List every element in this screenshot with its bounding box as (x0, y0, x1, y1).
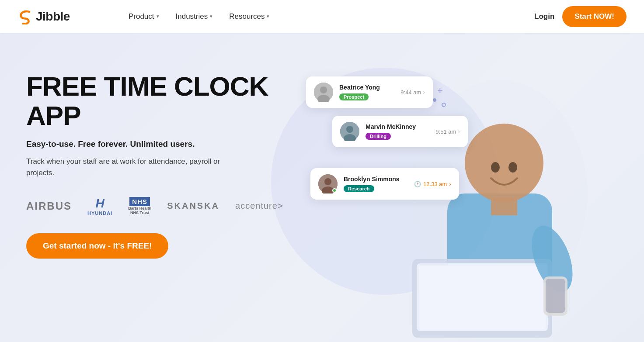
navbar: Jibble Product ▾ Industries ▾ Resources … (0, 0, 644, 33)
airbus-logo: AIRBUS (26, 200, 72, 212)
svg-point-1 (320, 86, 327, 93)
hero-title: FREE TIME CLOCK APP (26, 72, 297, 131)
nav-product[interactable]: Product ▾ (122, 9, 165, 24)
start-now-button[interactable]: Start NOW! (562, 6, 627, 27)
clock-icon: 🕐 (414, 181, 421, 187)
svg-rect-15 (419, 266, 546, 329)
svg-point-19 (491, 162, 500, 173)
card-name: Brooklyn Simmons (344, 176, 408, 183)
card-time-active: 🕐 12.33 am › (414, 180, 451, 187)
svg-point-20 (508, 162, 517, 173)
chevron-right-icon: › (458, 128, 460, 135)
card-name: Marvin McKinney (366, 123, 429, 130)
svg-rect-18 (546, 279, 565, 313)
hero-subtitle: Easy-to-use. Free forever. Unlimited use… (26, 139, 297, 149)
nav-links: Product ▾ Industries ▾ Resources ▾ (122, 9, 276, 24)
chevron-down-icon: ▾ (157, 14, 159, 19)
nhs-logo: NHS Barts HealthNHS Trust (128, 197, 151, 215)
avatar-wrap (318, 174, 338, 193)
status-badge: Prospect (339, 93, 369, 100)
skanska-logo: SKANSKA (167, 201, 219, 211)
hyundai-logo: H HYUNDAI (87, 197, 112, 216)
nav-industries[interactable]: Industries ▾ (170, 9, 219, 24)
hero-section: FREE TIME CLOCK APP Easy-to-use. Free fo… (0, 33, 644, 342)
card-info: Brooklyn Simmons Research (344, 176, 408, 192)
card-time: 9:51 am › (435, 128, 460, 135)
avatar-wrap (314, 83, 333, 102)
svg-point-7 (324, 178, 331, 185)
login-button[interactable]: Login (526, 9, 562, 24)
logo[interactable]: Jibble (17, 9, 70, 24)
chevron-down-icon: ▾ (267, 14, 269, 19)
chevron-down-icon: ▾ (210, 14, 212, 19)
status-badge: Drilling (366, 133, 391, 140)
svg-point-11 (465, 124, 543, 202)
nav-resources[interactable]: Resources ▾ (223, 9, 275, 24)
card-info: Marvin McKinney Drilling (366, 123, 429, 140)
card-info: Beatrice Yong Prospect (339, 84, 394, 100)
svg-rect-12 (491, 198, 517, 215)
card-time: 9:44 am › (400, 89, 425, 96)
card-name: Beatrice Yong (339, 84, 394, 91)
user-card-beatrice: Beatrice Yong Prospect 9:44 am › (306, 76, 433, 108)
user-card-brooklyn: Brooklyn Simmons Research 🕐 12.33 am › (310, 168, 459, 200)
chevron-right-icon: › (423, 89, 425, 96)
avatar-wrap (340, 122, 359, 141)
avatar (314, 83, 333, 102)
online-indicator (332, 188, 337, 193)
hero-description: Track when your staff are at work for at… (26, 156, 236, 179)
avatar (340, 122, 359, 141)
user-card-marvin: Marvin McKinney Drilling 9:51 am › (332, 116, 468, 147)
status-badge: Research (344, 185, 374, 192)
logo-icon (17, 9, 33, 24)
chevron-right-icon: › (449, 180, 451, 187)
accenture-logo: accenture> (235, 201, 283, 211)
hero-left: FREE TIME CLOCK APP Easy-to-use. Free fo… (26, 59, 297, 342)
cta-button[interactable]: Get started now - it's FREE! (26, 233, 168, 259)
brand-logos: AIRBUS H HYUNDAI NHS Barts HealthNHS Tru… (26, 197, 297, 216)
logo-text: Jibble (36, 10, 70, 24)
hero-right: + + Beatrice Yong Prospect (297, 59, 618, 342)
svg-point-4 (346, 126, 353, 133)
